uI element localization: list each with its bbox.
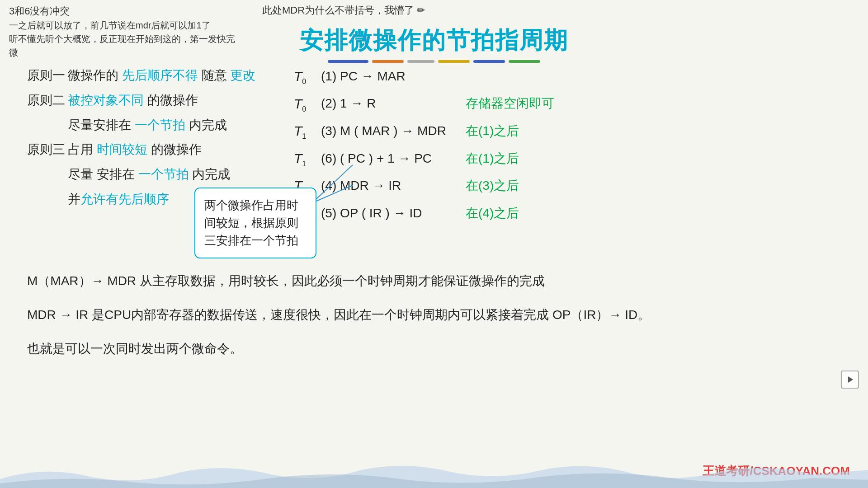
op-row-0: T0(1) PC → MAR	[294, 66, 656, 88]
op-formula-0: (1) PC → MAR	[321, 66, 448, 87]
principle-label-1: 原则二	[27, 90, 68, 111]
op-formula-5: (5) OP ( IR ) → ID	[321, 203, 448, 224]
principle-label-3: 原则三	[27, 140, 68, 160]
principle-row-2: 尽量安排在 一个节拍 内完成	[27, 115, 280, 136]
op-row-5: T2(5) OP ( IR ) → ID在(4)之后	[294, 202, 656, 225]
op-condition-1: 存储器空闲即可	[466, 94, 554, 114]
op-row-3: T1(6) ( PC ) + 1 → PC在(1)之后	[294, 148, 656, 170]
op-formula-2: (3) M ( MAR ) → MDR	[321, 121, 448, 141]
time-label-0: T0	[294, 66, 321, 88]
operations-area: T0(1) PC → MART0(2) 1 → R存储器空闲即可T1(3) M …	[294, 66, 656, 230]
op-row-4: T2(4) MDR → IR在(3)之后	[294, 175, 656, 197]
op-formula-4: (4) MDR → IR	[321, 176, 448, 196]
annotation-line1: 3和6没有冲突	[9, 4, 235, 19]
time-label-1: T0	[294, 93, 321, 115]
pencil-icon: ✏	[417, 5, 425, 16]
bottom-area: M（MAR）→ MDR 从主存取数据，用时较长，因此必须一个时钟周期才能保证微操…	[27, 271, 841, 372]
op-row-1: T0(2) 1 → R存储器空闲即可	[294, 93, 656, 115]
play-button[interactable]	[841, 371, 859, 389]
op-condition-2: 在(1)之后	[466, 121, 519, 141]
op-formula-3: (6) ( PC ) + 1 → PC	[321, 149, 448, 169]
bottom-line-1: MDR → IR 是CPU内部寄存器的数据传送，速度很快，因此在一个时钟周期内可…	[27, 305, 841, 325]
title-underline	[0, 60, 868, 63]
annotation-center: 此处MDR为什么不带括号，我懵了 ✏	[262, 4, 425, 17]
op-condition-4: 在(3)之后	[466, 176, 519, 196]
time-label-3: T1	[294, 148, 321, 170]
op-row-2: T1(3) M ( MAR ) → MDR在(1)之后	[294, 120, 656, 142]
svg-marker-2	[848, 376, 853, 383]
op-condition-3: 在(1)之后	[466, 149, 519, 169]
principle-label-0: 原则一	[27, 66, 68, 86]
op-condition-5: 在(4)之后	[466, 203, 519, 224]
principle-row-0: 原则一微操作的 先后顺序不得 随意 更改	[27, 66, 280, 86]
title-section: 安排微操作的节拍指周期	[0, 25, 868, 63]
principle-row-1: 原则二被控对象不同 的微操作	[27, 90, 280, 111]
principle-row-4: 尽量 安排在 一个节拍 内完成	[27, 164, 280, 185]
main-title: 安排微操作的节拍指周期	[0, 25, 868, 56]
time-label-2: T1	[294, 120, 321, 142]
principle-row-3: 原则三占用 时间较短 的微操作	[27, 140, 280, 160]
bottom-line-2: 也就是可以一次同时发出两个微命令。	[27, 339, 841, 359]
op-formula-1: (2) 1 → R	[321, 94, 448, 114]
mountain-decoration	[0, 461, 868, 488]
callout-box: 两个微操作占用时间较短，根据原则三安排在一个节拍	[194, 188, 316, 258]
bottom-line-0: M（MAR）→ MDR 从主存取数据，用时较长，因此必须一个时钟周期才能保证微操…	[27, 271, 841, 291]
